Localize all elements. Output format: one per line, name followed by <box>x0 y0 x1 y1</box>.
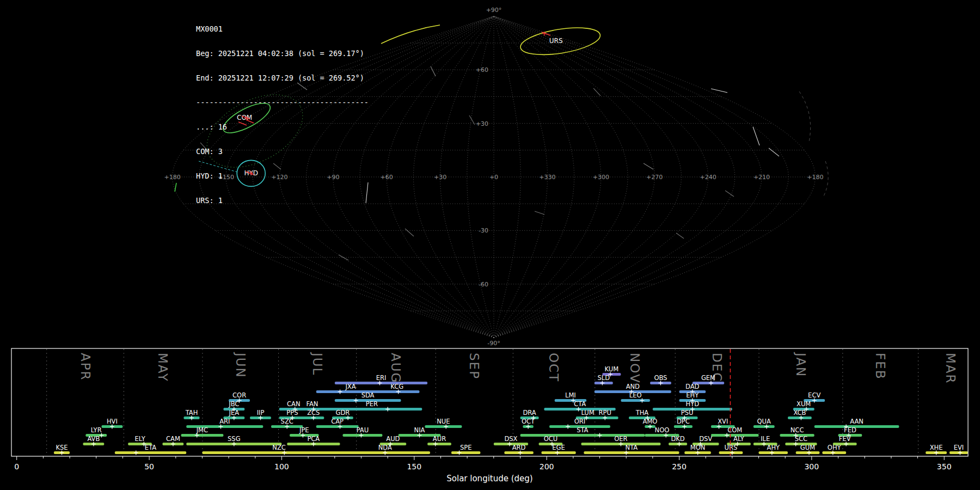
partial-radiant-arc <box>381 25 440 44</box>
shower-label: JBC <box>228 400 239 408</box>
shower-label: LMI <box>565 391 576 399</box>
shower-label: GEM <box>701 374 715 382</box>
lon-label: +270 <box>646 174 663 181</box>
shower-label: PAU <box>357 426 369 434</box>
faint-arc <box>823 161 828 197</box>
meteor-trail <box>676 233 684 238</box>
shower-label: AMO <box>643 418 658 425</box>
shower-label: NIA <box>414 426 425 434</box>
shower-bar-jmc <box>181 434 224 437</box>
shower-label: LYR <box>91 426 102 434</box>
shower-label: NCC <box>791 426 804 434</box>
shower-label: NZC <box>272 444 286 451</box>
shower-label: OHY <box>828 444 842 451</box>
x-tick-label: 200 <box>540 462 554 471</box>
meteor-trail <box>711 89 727 93</box>
shower-label: AUR <box>433 435 446 443</box>
meteor-trail <box>769 148 779 156</box>
shower-label: CAN <box>287 400 301 408</box>
shower-label: LEO <box>629 391 642 399</box>
shower-label: NDA <box>378 444 392 451</box>
shower-label: EGE <box>552 444 565 451</box>
shower-label: URS <box>725 444 738 451</box>
shower-label: PSU <box>681 409 694 416</box>
month-label: FEB <box>873 353 887 380</box>
shower-label: XUM <box>797 400 811 408</box>
shower-label: FEV <box>839 435 851 443</box>
shower-label: DSV <box>699 435 712 443</box>
meteor-trail <box>644 163 653 169</box>
shower-bar-qua <box>754 425 775 428</box>
x-tick-label: 250 <box>672 462 687 471</box>
shower-label: AND <box>626 383 640 390</box>
shower-label: JXA <box>345 383 356 390</box>
meteor-trail <box>405 229 414 236</box>
shower-bar-spe <box>451 451 481 454</box>
shower-label: KCG <box>390 383 403 390</box>
shower-label: EHY <box>686 391 699 399</box>
shower-label: KUM <box>605 365 619 373</box>
shower-label: AHY <box>767 444 781 451</box>
shower-label: ARD <box>512 444 526 451</box>
shower-label: AAN <box>850 418 863 425</box>
month-label: AUG <box>389 353 403 383</box>
month-label: NOV <box>628 353 642 384</box>
shower-bar-nta <box>584 451 679 454</box>
count-urs: URS: 1 <box>196 197 369 205</box>
shower-label: KSE <box>56 444 68 451</box>
shower-bar-aan <box>814 425 899 428</box>
activity-timeline: APRMAYJUNJULAUGSEPOCTNOVDECJANFEBMARKUME… <box>11 348 968 483</box>
shower-label: ALY <box>733 435 745 443</box>
session-end: End: 20251221 12:07:29 (sol = 269.52°) <box>196 74 369 82</box>
shower-label: GDR <box>336 409 350 416</box>
month-label: JAN <box>794 352 808 377</box>
shower-label: LUM <box>581 409 595 416</box>
shower-label: TAH <box>185 409 198 416</box>
x-axis-title: Solar longitude (deg) <box>446 474 532 483</box>
x-tick-label: 100 <box>274 462 289 471</box>
timeline-border <box>11 348 968 456</box>
month-label: JUN <box>234 352 248 378</box>
shower-label: CAM <box>166 435 180 443</box>
shower-label: OBS <box>654 374 667 382</box>
shower-label: DRA <box>523 409 536 416</box>
x-tick-label: 0 <box>14 462 19 471</box>
shower-label: THA <box>635 409 649 416</box>
shower-bar-aur <box>427 443 451 445</box>
month-label: MAR <box>944 353 958 384</box>
meteor-trail <box>753 127 759 145</box>
meteor-trail <box>469 115 475 125</box>
meridian-line <box>440 16 494 338</box>
month-label: OCT <box>547 353 561 382</box>
meridian-line <box>494 16 574 338</box>
shower-label: OCT <box>522 418 535 425</box>
lat-label: +30 <box>476 120 488 127</box>
lon-label: +0 <box>489 174 498 181</box>
shower-label: ARI <box>219 418 230 425</box>
radiant-label-urs: URS <box>549 37 563 45</box>
meridian-line <box>494 16 735 338</box>
lat-label: -90° <box>487 340 500 347</box>
shower-label: HYD <box>686 400 700 408</box>
shower-label: NOO <box>655 426 670 434</box>
radiant-activity-plot: +180+150+120+90+60+30+0+330+300+270+240+… <box>0 0 980 490</box>
shower-label: STA <box>577 426 588 434</box>
shower-label: JMC <box>196 426 208 434</box>
info-panel: MX0001 Beg: 20251221 04:02:38 (sol = 269… <box>196 9 369 213</box>
shower-label: ZCS <box>307 409 320 416</box>
meteor-trail <box>431 66 436 76</box>
x-tick-label: 350 <box>937 462 952 471</box>
shower-label: CTA <box>574 400 586 408</box>
lat-label: -30 <box>479 227 488 234</box>
shower-label: AUD <box>386 435 400 443</box>
shower-label: ERI <box>376 374 387 382</box>
shower-label: XCB <box>793 409 806 416</box>
lat-label: +60 <box>476 66 488 74</box>
shower-label: COM <box>727 426 742 434</box>
shower-label: DKD <box>671 435 684 443</box>
lon-label: +210 <box>754 174 770 181</box>
session-begin: Beg: 20251221 04:02:38 (sol = 269.17°) <box>196 50 369 58</box>
shower-label: GUM <box>800 444 815 451</box>
month-label: APR <box>78 353 93 381</box>
shower-label: OCU <box>544 435 558 443</box>
